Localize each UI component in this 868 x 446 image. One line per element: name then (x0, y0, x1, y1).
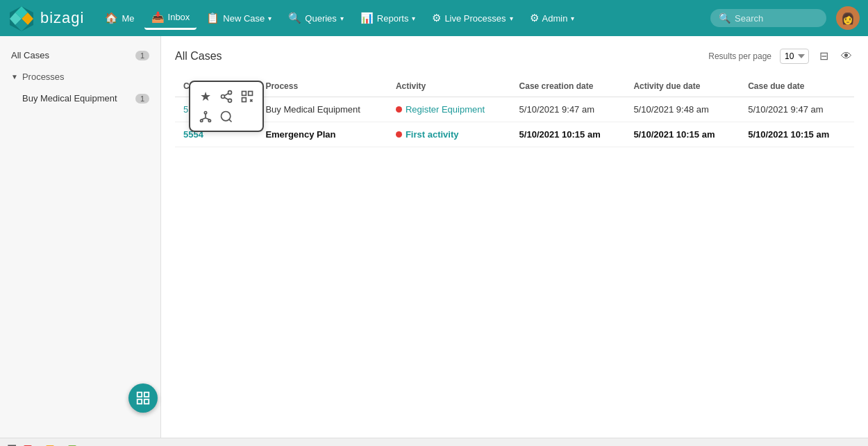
top-navigation: bizagi 🏠 Me 📥 Inbox 📋 New Case ▾ 🔍 Queri… (0, 0, 868, 36)
avatar[interactable]: 👩 (836, 6, 860, 30)
all-cases-label: All Cases (11, 50, 49, 60)
col-case-due-date: Case due date (740, 76, 854, 97)
search-icon: 🔍 (719, 13, 731, 24)
nav-inbox[interactable]: 📥 Inbox (144, 7, 197, 30)
per-page-select[interactable]: 10 25 50 (780, 49, 809, 64)
chevron-down-icon: ▾ (510, 15, 513, 22)
sidebar-item-buy-medical-equipment[interactable]: Buy Medical Equipment 1 (0, 88, 160, 109)
col-activity-due-date: Activity due date (625, 76, 740, 97)
star-icon[interactable]: ★ (199, 89, 212, 104)
nav-me-label: Me (122, 13, 134, 24)
context-menu: ★ (189, 81, 264, 132)
svg-rect-21 (137, 393, 142, 397)
nav-new-case[interactable]: 📋 New Case ▾ (199, 8, 278, 28)
sidebar-item-all-cases[interactable]: All Cases 1 (0, 44, 160, 66)
home-icon: 🏠 (105, 12, 118, 24)
search-input[interactable] (735, 13, 818, 24)
nav-new-case-label: New Case (223, 13, 265, 24)
activity-link[interactable]: Register Equipment (406, 104, 485, 115)
process-count-badge: 1 (135, 94, 149, 104)
cell-case-creation-date: 5/10/2021 9:47 am (511, 97, 626, 122)
header-controls: Results per page 10 25 50 ⊟ 👁 (708, 47, 854, 65)
favorite-star-icon[interactable]: ★ (90, 444, 99, 447)
process-icon[interactable] (240, 89, 254, 104)
cell-process: Buy Medical Equipment (257, 97, 387, 122)
col-case-creation-date: Case creation date (511, 76, 626, 97)
svg-rect-22 (144, 393, 149, 397)
svg-line-8 (224, 97, 228, 99)
svg-line-18 (206, 118, 210, 120)
cell-case-creation-date: 5/10/2021 10:15 am (511, 122, 626, 147)
svg-point-13 (204, 112, 206, 114)
nav-live-processes[interactable]: ⚙ Live Processes ▾ (425, 8, 519, 28)
content-header: All Cases Results per page 10 25 50 ⊟ 👁 (175, 47, 854, 65)
nav-queries[interactable]: 🔍 Queries ▾ (281, 8, 351, 28)
search-box[interactable]: 🔍 (710, 9, 826, 27)
svg-rect-10 (242, 92, 247, 96)
svg-line-20 (229, 119, 232, 122)
svg-rect-12 (242, 98, 247, 102)
svg-point-15 (208, 119, 210, 122)
bottom-menu-icon[interactable]: ☰ (7, 443, 17, 446)
logo-text: bizagi (40, 9, 84, 27)
svg-line-17 (201, 118, 206, 120)
svg-point-14 (201, 119, 203, 122)
processes-label: Processes (22, 72, 65, 82)
nav-live-processes-label: Live Processes (444, 13, 506, 24)
svg-point-19 (222, 112, 231, 121)
nav-reports-label: Reports (377, 13, 409, 24)
table-row: 5554 Emergency Plan First activity 5/10/… (175, 122, 854, 147)
nav-admin-label: Admin (542, 13, 568, 24)
nav-admin[interactable]: ⚙ Admin ▾ (523, 8, 582, 28)
table-header-row: Case Number Process Activity Case creati… (175, 76, 854, 97)
col-process: Process (257, 76, 387, 97)
sidebar-processes-toggle[interactable]: ▼ Processes (0, 66, 160, 88)
chevron-down-icon: ▾ (340, 15, 344, 22)
share-icon[interactable] (219, 89, 233, 104)
cell-activity: Register Equipment (387, 97, 511, 122)
view-button[interactable]: 👁 (839, 48, 854, 65)
new-case-icon: 📋 (206, 12, 219, 24)
avatar-image: 👩 (841, 12, 855, 25)
activity-status-dot (396, 106, 402, 113)
chevron-down-icon: ▼ (11, 73, 18, 81)
all-cases-badge: 1 (135, 51, 149, 60)
nav-queries-label: Queries (305, 13, 337, 24)
page-title: All Cases (175, 50, 222, 63)
logo[interactable]: bizagi (8, 5, 84, 31)
network-icon[interactable] (199, 110, 212, 124)
results-per-page-label: Results per page (708, 51, 771, 61)
nav-me[interactable]: 🏠 Me (98, 8, 141, 28)
filter-button[interactable]: ⊟ (817, 47, 831, 65)
inbox-icon: 📥 (151, 11, 165, 24)
svg-line-9 (224, 93, 228, 95)
chevron-down-icon: ▾ (412, 15, 415, 22)
nav-inbox-label: Inbox (168, 12, 190, 22)
nav-reports[interactable]: 📊 Reports ▾ (353, 8, 423, 28)
logo-icon (8, 5, 35, 31)
chevron-down-icon: ▾ (268, 15, 272, 22)
fab-button[interactable] (128, 383, 158, 413)
main-content: All Cases Results per page 10 25 50 ⊟ 👁 … (161, 36, 868, 438)
svg-point-7 (228, 99, 232, 102)
sidebar: All Cases 1 ▼ Processes Buy Medical Equi… (0, 36, 161, 438)
cases-table: Case Number Process Activity Case creati… (175, 76, 854, 147)
svg-rect-23 (137, 399, 142, 404)
bottom-bar: ☰ 5 0 0 ★ (0, 438, 868, 446)
queries-icon: 🔍 (288, 12, 301, 24)
cell-process: Emergency Plan (257, 122, 387, 147)
table-row: 5554 Buy Medical Equipment Register Equi… (175, 97, 854, 122)
activity-link[interactable]: First activity (406, 129, 459, 140)
cell-case-due-date: 5/10/2021 10:15 am (740, 122, 854, 147)
search-case-icon[interactable] (219, 110, 233, 124)
svg-point-6 (222, 95, 225, 99)
svg-rect-11 (249, 92, 253, 96)
live-processes-icon: ⚙ (432, 12, 441, 24)
chevron-down-icon: ▾ (571, 15, 574, 22)
cases-table-wrap: Case Number Process Activity Case creati… (175, 76, 854, 147)
admin-icon: ⚙ (530, 12, 539, 24)
cell-activity-due-date: 5/10/2021 10:15 am (625, 122, 740, 147)
col-activity: Activity (387, 76, 511, 97)
svg-rect-24 (144, 399, 149, 404)
process-name-label: Buy Medical Equipment (22, 93, 117, 104)
